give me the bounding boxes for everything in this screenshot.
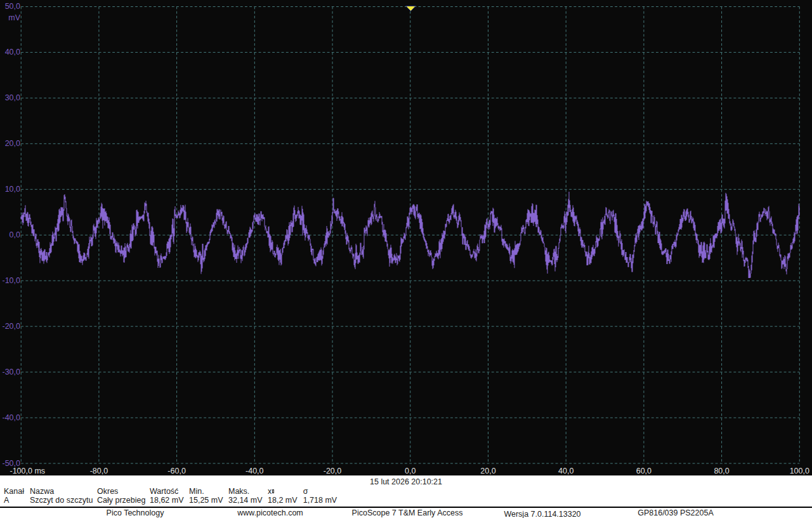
svg-text:40,0: 40,0 xyxy=(558,467,573,475)
svg-text:-100,0 ms: -100,0 ms xyxy=(10,467,46,475)
svg-text:-30,0: -30,0 xyxy=(3,368,21,376)
svg-text:20,0: 20,0 xyxy=(480,467,495,475)
svg-text:40,0: 40,0 xyxy=(5,48,20,56)
svg-text:100,0: 100,0 xyxy=(790,467,809,475)
svg-text:-20,0: -20,0 xyxy=(3,322,21,331)
svg-text:0,0: 0,0 xyxy=(405,467,416,475)
svg-text:-10,0: -10,0 xyxy=(3,276,21,285)
svg-text:10,0: 10,0 xyxy=(5,185,20,194)
svg-text:50,0: 50,0 xyxy=(5,2,20,11)
svg-text:80,0: 80,0 xyxy=(714,467,729,475)
svg-text:20,0: 20,0 xyxy=(5,139,20,148)
svg-text:-80,0: -80,0 xyxy=(90,467,108,475)
svg-text:-40,0: -40,0 xyxy=(246,467,264,475)
svg-text:30,0: 30,0 xyxy=(5,93,20,102)
svg-text:0,0: 0,0 xyxy=(10,230,20,239)
svg-text:-20,0: -20,0 xyxy=(324,467,342,475)
svg-text:-60,0: -60,0 xyxy=(167,467,186,475)
svg-text:mV: mV xyxy=(8,13,20,22)
svg-text:60,0: 60,0 xyxy=(636,467,652,475)
svg-text:-40,0: -40,0 xyxy=(3,413,21,422)
